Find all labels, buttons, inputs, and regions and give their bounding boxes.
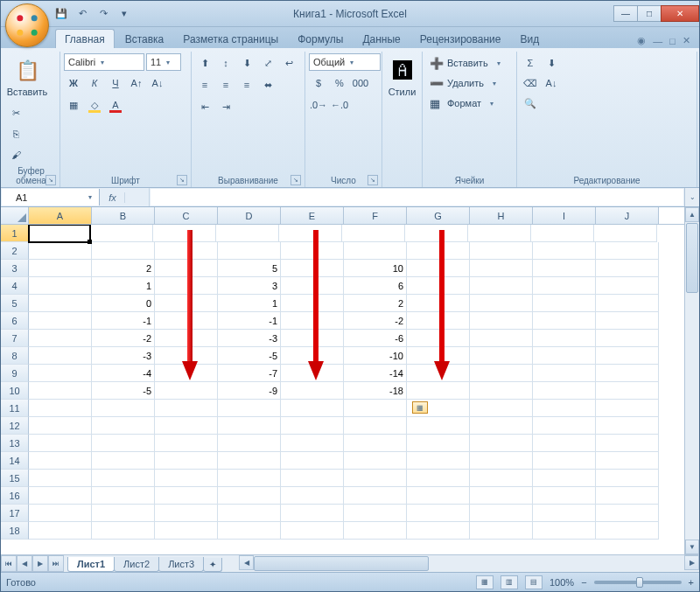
comma-format[interactable]: 000 — [351, 73, 370, 93]
cell[interactable]: -3 — [92, 347, 155, 365]
cell[interactable]: 5 — [218, 260, 281, 277]
sheet-tab-3[interactable]: Лист3 — [158, 557, 204, 572]
zoom-level[interactable]: 100% — [550, 577, 574, 588]
cell[interactable] — [344, 505, 407, 522]
row-header[interactable]: 13 — [1, 435, 29, 452]
cell[interactable] — [596, 382, 659, 400]
align-right[interactable]: ≡ — [237, 75, 256, 94]
increase-decimal[interactable]: .0→ — [309, 95, 328, 115]
cell[interactable] — [470, 452, 533, 470]
cell[interactable] — [470, 470, 533, 487]
cell[interactable] — [218, 417, 281, 435]
maximize-button[interactable]: □ — [637, 5, 662, 22]
cell[interactable] — [218, 470, 281, 487]
col-header-J[interactable]: J — [596, 207, 659, 224]
align-launcher[interactable]: ↘ — [290, 175, 301, 185]
cell[interactable] — [281, 312, 344, 330]
cell[interactable] — [407, 365, 470, 382]
zoom-slider[interactable] — [594, 581, 682, 584]
qat-customize[interactable]: ▾ — [115, 4, 134, 24]
cell[interactable] — [155, 330, 218, 347]
cell[interactable] — [281, 347, 344, 365]
cell[interactable] — [29, 312, 92, 330]
styles-button[interactable]: 🅰 Стили — [386, 53, 418, 101]
autosum[interactable]: Σ — [521, 53, 540, 73]
cell[interactable] — [155, 312, 218, 330]
row-header[interactable]: 11 — [1, 400, 29, 417]
cell[interactable] — [281, 470, 344, 487]
format-painter[interactable]: 🖌 — [6, 145, 25, 164]
cell[interactable] — [596, 242, 659, 260]
cell[interactable] — [29, 435, 92, 452]
cell[interactable] — [533, 260, 596, 277]
cell[interactable] — [29, 470, 92, 487]
cell[interactable] — [596, 487, 659, 505]
cell[interactable] — [407, 330, 470, 347]
cell[interactable] — [596, 470, 659, 487]
cell[interactable] — [470, 505, 533, 522]
number-format[interactable]: Общий▾ — [309, 53, 381, 71]
cell[interactable] — [155, 347, 218, 365]
cell[interactable] — [279, 225, 342, 242]
cell[interactable] — [531, 225, 594, 242]
row-header[interactable]: 6 — [1, 312, 29, 330]
vscroll-thumb[interactable] — [686, 223, 698, 293]
cell[interactable] — [470, 260, 533, 277]
cell[interactable]: 2 — [92, 260, 155, 277]
row-header[interactable]: 1 — [1, 225, 29, 242]
cell[interactable] — [281, 435, 344, 452]
cell[interactable]: 0 — [92, 295, 155, 312]
first-sheet[interactable]: ⏮ — [1, 555, 17, 572]
cell[interactable] — [155, 365, 218, 382]
cell[interactable]: -9 — [218, 382, 281, 400]
align-top[interactable]: ⬆ — [195, 53, 214, 73]
cell[interactable] — [155, 400, 218, 417]
find-select[interactable]: 🔍 — [521, 94, 540, 113]
scroll-up[interactable]: ▲ — [685, 207, 699, 222]
tab-formulas[interactable]: Формулы — [289, 30, 352, 48]
cell[interactable] — [155, 470, 218, 487]
cell[interactable] — [218, 435, 281, 452]
row-header[interactable]: 2 — [1, 242, 29, 260]
cell[interactable]: -1 — [92, 312, 155, 330]
cell[interactable] — [281, 487, 344, 505]
cell[interactable] — [533, 470, 596, 487]
select-all[interactable] — [1, 207, 29, 224]
cell[interactable] — [470, 312, 533, 330]
cell[interactable] — [596, 365, 659, 382]
view-page-layout[interactable]: ▥ — [500, 575, 518, 589]
cell[interactable] — [92, 505, 155, 522]
cell[interactable] — [29, 242, 92, 260]
cell[interactable] — [29, 260, 92, 277]
cell[interactable] — [281, 242, 344, 260]
align-left[interactable]: ≡ — [195, 75, 214, 94]
cell[interactable] — [218, 487, 281, 505]
expand-formula-bar[interactable]: ⌄ — [684, 188, 699, 206]
fill-color[interactable]: ◇ — [85, 95, 104, 115]
row-header[interactable]: 5 — [1, 295, 29, 312]
cell[interactable] — [596, 505, 659, 522]
close-wb-icon[interactable]: ✕ — [682, 35, 690, 46]
tab-insert[interactable]: Вставка — [116, 30, 173, 48]
cell[interactable] — [29, 382, 92, 400]
row-header[interactable]: 14 — [1, 452, 29, 470]
cell[interactable] — [596, 330, 659, 347]
shrink-font[interactable]: A↓ — [148, 73, 167, 93]
cell[interactable] — [344, 452, 407, 470]
row-header[interactable]: 7 — [1, 330, 29, 347]
cell[interactable] — [407, 242, 470, 260]
clear-button[interactable]: ⌫ — [521, 73, 540, 93]
cell[interactable] — [281, 522, 344, 540]
col-header-E[interactable]: E — [281, 207, 344, 224]
cell[interactable] — [281, 260, 344, 277]
view-page-break[interactable]: ▤ — [525, 575, 542, 589]
cell[interactable] — [344, 400, 407, 417]
help-icon[interactable]: ◉ — [637, 35, 646, 46]
cell[interactable] — [155, 435, 218, 452]
last-sheet[interactable]: ⏭ — [48, 555, 64, 572]
cell[interactable] — [29, 277, 92, 295]
tab-home[interactable]: Главная — [55, 29, 115, 48]
hscroll-thumb[interactable] — [254, 556, 429, 571]
underline-button[interactable]: Ч — [106, 73, 125, 93]
cell[interactable]: -2 — [92, 330, 155, 347]
